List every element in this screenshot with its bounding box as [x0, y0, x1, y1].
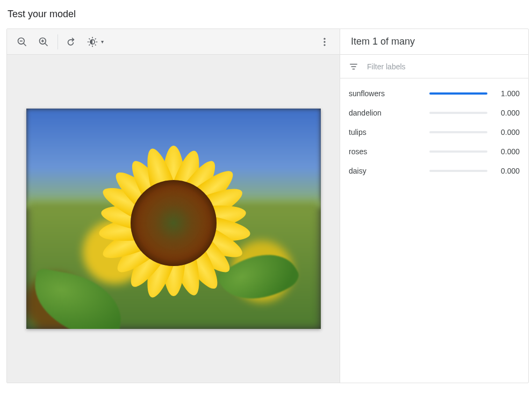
- prediction-label: tulips: [349, 128, 429, 137]
- zoom-in-icon: [38, 37, 49, 47]
- prediction-bar: [429, 131, 487, 133]
- prediction-label: daisy: [349, 167, 429, 175]
- svg-rect-19: [350, 63, 357, 64]
- model-test-card: ▾: [6, 28, 529, 383]
- svg-line-12: [89, 38, 90, 39]
- prediction-bar: [429, 170, 487, 172]
- rotate-button[interactable]: [61, 31, 83, 53]
- prediction-bar: [429, 112, 487, 114]
- svg-line-13: [95, 44, 96, 45]
- results-pane: Item 1 of many sunflowers1.000dandelion0…: [340, 29, 528, 383]
- svg-line-14: [89, 44, 90, 45]
- svg-point-18: [323, 44, 325, 46]
- zoom-out-icon: [17, 37, 27, 47]
- prediction-label: roses: [349, 147, 429, 156]
- prediction-score: 0.000: [495, 147, 520, 156]
- chevron-down-icon: ▾: [101, 39, 104, 45]
- image-viewport[interactable]: [7, 55, 340, 383]
- prediction-row: tulips0.000: [349, 123, 520, 142]
- image-pane: ▾: [7, 29, 340, 383]
- more-options-button[interactable]: [314, 31, 335, 53]
- image-toolbar: ▾: [7, 29, 340, 55]
- predictions-list: sunflowers1.000dandelion0.000tulips0.000…: [340, 78, 528, 186]
- rotate-icon: [67, 37, 77, 47]
- svg-point-17: [323, 41, 325, 42]
- prediction-row: roses0.000: [349, 142, 520, 161]
- prediction-bar-fill: [429, 92, 487, 95]
- svg-rect-21: [353, 68, 355, 69]
- results-header: Item 1 of many: [340, 29, 528, 55]
- brightness-button[interactable]: ▾: [83, 31, 108, 53]
- prediction-bar: [429, 150, 487, 153]
- toolbar-separator: [57, 34, 58, 49]
- brightness-icon: [87, 37, 98, 47]
- svg-rect-20: [351, 66, 356, 67]
- prediction-row: daisy0.000: [349, 161, 520, 181]
- svg-point-16: [323, 38, 325, 39]
- svg-line-4: [45, 43, 48, 46]
- svg-line-1: [24, 43, 26, 46]
- prediction-score: 1.000: [495, 89, 520, 98]
- prediction-score: 0.000: [495, 128, 520, 137]
- prediction-label: sunflowers: [349, 89, 429, 98]
- zoom-in-button[interactable]: [33, 31, 54, 53]
- prediction-bar: [429, 92, 487, 95]
- prediction-row: sunflowers1.000: [349, 84, 520, 103]
- prediction-label: dandelion: [349, 109, 429, 117]
- prediction-score: 0.000: [495, 109, 520, 117]
- filter-labels-input[interactable]: [366, 62, 520, 71]
- prediction-row: dandelion0.000: [349, 103, 520, 123]
- svg-line-15: [95, 38, 96, 39]
- page-title: Test your model: [8, 9, 527, 20]
- filter-row: [340, 55, 528, 78]
- test-image: [26, 109, 321, 329]
- prediction-score: 0.000: [495, 167, 520, 175]
- filter-icon: [349, 62, 358, 71]
- more-vert-icon: [319, 37, 330, 47]
- zoom-out-button[interactable]: [11, 31, 33, 53]
